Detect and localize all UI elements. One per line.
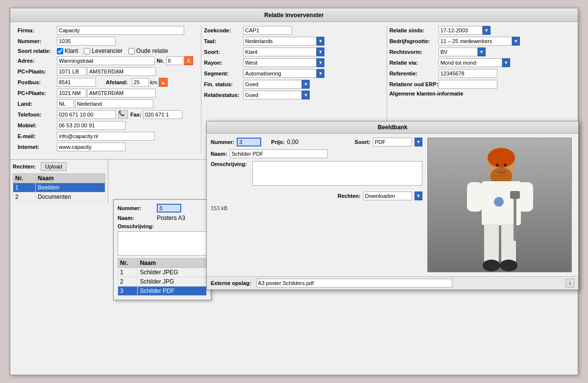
relatienr-label: Relatienr oud ERP: [390, 81, 439, 87]
segment-dropdown-btn[interactable]: ▼ [317, 69, 324, 78]
oude-relatie-checkbox[interactable] [128, 48, 135, 54]
pc1-input[interactable] [57, 67, 86, 76]
externe-opslag-label: Externe opslag: [211, 280, 251, 286]
relatienr-input[interactable] [439, 80, 497, 89]
relatie-sinds-dropdown-btn[interactable]: ▼ [483, 26, 490, 35]
rechtsvorm-dropdown-btn[interactable]: ▼ [478, 48, 486, 56]
afstand-input[interactable] [132, 78, 149, 87]
bb-rechten-input[interactable] [363, 192, 412, 200]
ps-col-naam: Naam [138, 259, 207, 268]
bb-soort-dropdown[interactable]: ▼ [415, 138, 422, 146]
telefoon-btn[interactable]: 📞 [118, 110, 128, 119]
category-table: Nr. Naam 1 Beelden 2 Documenten [13, 173, 105, 202]
bb-rechten-section: Rechten: ▼ [211, 192, 422, 200]
afstand-btn[interactable]: ▲ [159, 78, 168, 87]
bb-prijs-label: Prijs: [271, 139, 285, 145]
mobiel-label: Mobiel: [18, 122, 57, 128]
upload-button[interactable]: Upload [41, 162, 67, 171]
svg-point-9 [483, 260, 500, 271]
ps-nummer-input[interactable] [157, 204, 181, 213]
nummer-input[interactable]: 1035 [57, 37, 116, 46]
plaats2-input[interactable] [87, 89, 156, 97]
relatie-sinds-input[interactable] [439, 26, 483, 35]
col-naam-header: Naam [36, 174, 105, 183]
list-item[interactable]: 1 Schilder JPEG [118, 268, 207, 277]
rayon-dropdown-btn[interactable]: ▼ [317, 58, 324, 67]
fin-dropdown-btn[interactable]: ▼ [302, 80, 310, 89]
relatie-via-input[interactable] [439, 58, 502, 67]
ps-nummer-row: Nummer: [118, 204, 207, 213]
bb-rechten-dropdown[interactable]: ▼ [415, 192, 422, 200]
ps-omschrijving-box[interactable] [118, 231, 207, 256]
ps-row-naam: Schilder PDF [138, 287, 207, 296]
mobiel-row: Mobiel: [18, 121, 198, 130]
referentie-input[interactable] [439, 69, 497, 78]
person-svg [428, 138, 572, 272]
soort-input[interactable] [243, 48, 317, 56]
ps-list-table: Nr. Naam 1 Schilder JPEG 2 Schilder JPG … [118, 258, 207, 296]
checkbox-group: Klant Leverancier Oude relatie [57, 48, 168, 54]
bb-top-row: Nummer: Prijs: 0,00 Soort: ▼ [211, 138, 422, 146]
taal-dropdown-btn[interactable]: ▼ [317, 37, 324, 46]
taal-input[interactable] [243, 37, 317, 46]
bedrijfsgrootte-label: Bedrijfsgrootte: [390, 38, 439, 44]
rechtsvorm-row: Rechtsvorm: ▼ [390, 48, 570, 56]
rayon-input[interactable] [243, 58, 317, 67]
svg-rect-5 [467, 182, 483, 212]
bb-prijs-row: Prijs: 0,00 [271, 138, 298, 146]
bedrijfsgrootte-input[interactable] [439, 37, 512, 46]
list-item[interactable]: 2 Schilder JPG [118, 277, 207, 287]
bb-rechten-right-row: Rechten: ▼ [211, 192, 422, 200]
leverancier-checkbox[interactable] [84, 48, 90, 54]
klant-checkbox[interactable] [57, 48, 63, 54]
popup-small: Nummer: Naam: Posters A3 Omschrijving: N… [113, 199, 211, 300]
adres-input[interactable] [57, 56, 155, 65]
fax-label: Fax: [130, 112, 142, 118]
table-row[interactable]: 2 Documenten [13, 192, 105, 202]
bb-soort-input[interactable] [373, 138, 412, 146]
relatie-via-dropdown-btn[interactable]: ▼ [502, 58, 510, 67]
bb-omschrijving-input[interactable] [252, 161, 422, 186]
row-naam: Beelden [36, 183, 105, 192]
pc2-input[interactable] [57, 89, 86, 97]
svg-point-14 [496, 164, 499, 167]
externe-opslag-input[interactable] [256, 279, 452, 287]
info-button[interactable]: i [565, 279, 574, 287]
klant-checkbox-item: Klant [57, 48, 78, 54]
relatie-sinds-row: Relatie sinds: ▼ [390, 26, 570, 35]
bb-nummer-input[interactable] [237, 138, 261, 146]
pc-plaats2-row: PC+Plaats: [18, 89, 198, 97]
land-name-input[interactable] [75, 99, 153, 108]
land-code-input[interactable] [57, 99, 74, 108]
image-preview [427, 138, 572, 272]
nr-input[interactable] [166, 56, 183, 65]
bb-naam-input[interactable] [230, 149, 328, 158]
email-input[interactable] [57, 132, 155, 141]
window-title: Relatie invoervenster [264, 12, 323, 19]
list-item[interactable]: 3 Schilder PDF [118, 287, 207, 296]
fax-input[interactable] [143, 110, 182, 119]
telefoon-input[interactable] [57, 110, 116, 119]
postbus-input[interactable] [57, 78, 96, 87]
fin-status-input[interactable] [243, 80, 302, 89]
mobiel-input[interactable] [57, 121, 125, 130]
table-row[interactable]: 1 Beelden [13, 183, 105, 192]
plaats1-input[interactable] [87, 67, 156, 76]
soort-dropdown-btn[interactable]: ▼ [317, 48, 324, 56]
svg-rect-12 [510, 191, 520, 199]
soort-relatie-row: Soort relatie: Klant Leverancier Oude re… [18, 48, 198, 54]
bb-omschrijving-label: Omschrijving: [211, 161, 250, 167]
adres-btn[interactable]: A [184, 56, 193, 65]
ps-row-nr: 1 [118, 268, 138, 277]
zoekcode-label: Zoekcode: [204, 27, 243, 33]
internet-input[interactable] [57, 143, 125, 151]
bedrijfsgrootte-dropdown-btn[interactable]: ▼ [512, 37, 520, 46]
relatiestatus-dropdown-btn[interactable]: ▼ [302, 91, 310, 99]
firma-input[interactable]: Capacity [57, 26, 184, 35]
ps-naam-value: Posters A3 [157, 215, 185, 221]
rechtsvorm-input[interactable] [439, 48, 478, 56]
row-nr: 2 [13, 192, 36, 202]
relatiestatus-input[interactable] [243, 91, 302, 99]
segment-input[interactable] [243, 69, 317, 78]
zoekcode-input[interactable] [243, 26, 292, 35]
